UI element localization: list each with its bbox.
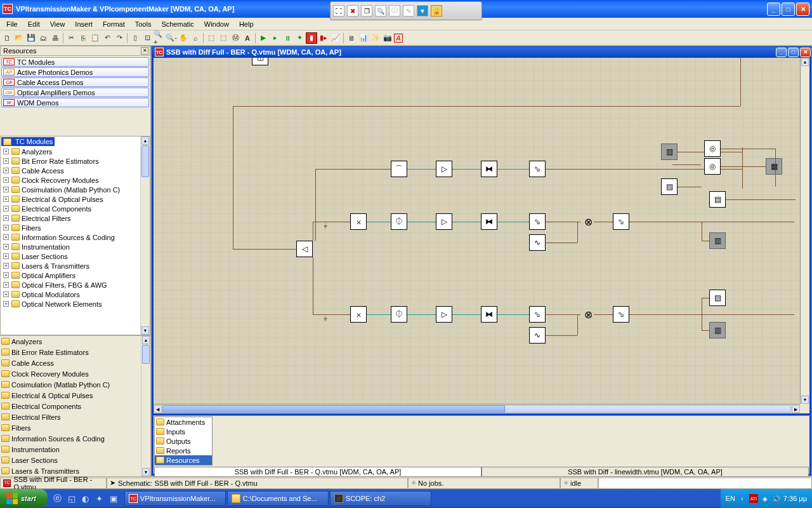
tray-vol-icon[interactable]: 🔊 [772, 494, 781, 503]
block-amp-m[interactable]: ▷ [436, 213, 452, 230]
block-spec-1[interactable]: ▥ [661, 144, 678, 160]
resources-close-icon[interactable]: ✕ [141, 47, 148, 55]
tb-paste-icon[interactable]: 📋 [89, 32, 101, 44]
flat-list[interactable]: AnalyzersBit Error Rate EstimatorsCable … [0, 335, 150, 476]
block-lpf-1[interactable]: ⬂ [529, 161, 546, 177]
block-delay-m[interactable]: ⏀ [391, 213, 407, 230]
expand-icon[interactable]: + [3, 301, 9, 307]
menu-tools[interactable]: Tools [130, 19, 157, 29]
expand-icon[interactable]: + [3, 168, 9, 173]
module-tree[interactable]: TC Modules +Analyzers+Bit Error Rate Est… [0, 136, 150, 335]
tree-scrollbar[interactable]: ▲▼ [140, 137, 150, 335]
resource-cat[interactable]: TCTC Modules [1, 57, 149, 67]
tb-zoomfit-icon[interactable]: ⊡ [141, 32, 153, 44]
tree-item[interactable]: +Information Sources & Coding [1, 232, 140, 242]
block-meter-1b[interactable]: ▤ [709, 191, 726, 208]
flat-item[interactable]: Laser Sections [0, 455, 141, 465]
flat-item[interactable]: Clock Recovery Modules [0, 368, 141, 379]
tree-item[interactable]: +Electrical Components [1, 204, 140, 213]
block-pd-1[interactable]: ⧓ [481, 161, 497, 177]
ql-app1-icon[interactable]: ◐ [79, 491, 92, 505]
tree-item[interactable]: +Fibers [1, 223, 140, 232]
close-button[interactable]: ✕ [796, 3, 809, 16]
flat-item[interactable]: Cosimulation (Matlab Python C) [0, 379, 141, 390]
tb-chart-icon[interactable]: 📊 [358, 32, 369, 44]
tray-shield-icon[interactable]: ◈ [761, 494, 769, 503]
tree-item[interactable]: +Electrical Filters [1, 213, 140, 223]
tree-item[interactable]: +Electrical & Optical Pulses [1, 194, 140, 204]
block-coupler-m[interactable]: ⨉ [350, 213, 367, 230]
tree-item[interactable]: +Clock Recovery Modules [1, 175, 140, 185]
tb-new-icon[interactable]: 🗋 [1, 32, 13, 44]
menu-help[interactable]: Help [234, 19, 259, 29]
block-spec-l[interactable]: ▥ [709, 322, 726, 338]
block-meter-l[interactable]: ▤ [709, 290, 726, 306]
block-lpf-l2[interactable]: ⬂ [613, 306, 629, 323]
expand-icon[interactable]: + [3, 244, 9, 250]
expand-icon[interactable]: + [3, 187, 9, 192]
start-button[interactable]: start [0, 489, 48, 508]
expand-icon[interactable]: + [3, 215, 9, 221]
tb-run-icon[interactable]: ▶ [258, 32, 269, 44]
expand-icon[interactable]: + [3, 158, 9, 164]
expand-icon[interactable]: + [3, 196, 9, 202]
tb-camera-icon[interactable]: 📷 [382, 32, 393, 44]
ft-icon-info[interactable]: ⓘ [389, 5, 400, 17]
tb-pan-icon[interactable]: ✋ [178, 32, 189, 44]
schematic-vscrollbar[interactable]: ▲▼ [800, 58, 809, 404]
tb-redo-icon[interactable]: ↷ [114, 32, 125, 44]
flat-item[interactable]: Instrumentation [0, 444, 141, 455]
tree-item[interactable]: +Cable Access [1, 166, 140, 175]
menu-edit[interactable]: Edit [23, 19, 45, 29]
ft-icon-window[interactable]: ❐ [361, 5, 372, 17]
tb-pause-icon[interactable]: ⏸ [282, 32, 293, 44]
tree-item[interactable]: +Optical Network Elements [1, 299, 140, 309]
attach-item[interactable]: Outputs [155, 436, 212, 446]
block-lpf-m2[interactable]: ⬂ [613, 213, 629, 230]
tb-undo-icon[interactable]: ↶ [102, 32, 113, 44]
attach-item[interactable]: Resources [155, 455, 212, 465]
flatlist-scrollbar[interactable]: ▲▼ [141, 336, 150, 476]
flat-item[interactable]: Bit Error Rate Estimators [0, 347, 141, 358]
tree-item[interactable]: +Laser Sections [1, 251, 140, 261]
maximize-button[interactable]: □ [782, 3, 795, 16]
block-top[interactable]: ◫ [252, 58, 268, 65]
block-amp-l[interactable]: ▷ [436, 306, 452, 323]
tb-page-icon[interactable]: ▯ [129, 32, 141, 44]
tree-item[interactable]: +Analyzers [1, 147, 140, 156]
tb-a-icon[interactable]: A [394, 34, 403, 43]
block-osc-m[interactable]: ∿ [529, 234, 546, 251]
menu-file[interactable]: File [1, 19, 23, 29]
menu-format[interactable]: Format [98, 19, 130, 29]
flat-item[interactable]: Fibers [0, 422, 141, 433]
doc-tab[interactable]: SSB with Diff Full - BER - Q.vtmu [WDM, … [154, 467, 481, 477]
doc-close-button[interactable]: ✕ [800, 48, 811, 57]
doc-minimize-button[interactable]: _ [776, 48, 787, 57]
tb-print-icon[interactable]: 🖶 [49, 32, 61, 44]
tree-item[interactable]: +Lasers & Transmitters [1, 261, 140, 271]
status-input[interactable] [598, 478, 812, 489]
attach-item[interactable]: Attachments [155, 417, 212, 427]
tb-cut-icon[interactable]: ✂ [65, 32, 77, 44]
expand-icon[interactable]: + [3, 253, 9, 259]
resource-cat[interactable]: APActive Photonics Demos [1, 67, 149, 77]
block-spec-m[interactable]: ▥ [709, 232, 726, 249]
attach-item[interactable]: Reports [155, 446, 212, 455]
menu-window[interactable]: Window [199, 19, 234, 29]
tb-zoomout-icon[interactable]: 🔍- [166, 32, 177, 44]
block-coupler-l[interactable]: ⨉ [350, 306, 367, 323]
block-lpf-m1[interactable]: ⬂ [529, 213, 546, 230]
block-filter-1a[interactable]: ⌒ [391, 161, 407, 177]
ft-icon-remove[interactable]: ✖ [347, 5, 358, 17]
block-grid-1[interactable]: ▦ [766, 158, 782, 175]
expand-icon[interactable]: + [3, 149, 9, 154]
ql-ie-icon[interactable]: ⓔ [51, 491, 64, 505]
expand-icon[interactable]: + [3, 234, 9, 240]
tb-plot-icon[interactable]: 📈 [330, 32, 341, 44]
lang-indicator[interactable]: EN [726, 495, 735, 502]
tb-hier-icon[interactable]: ⬚ [206, 32, 217, 44]
ft-icon-zoom[interactable]: 🔍 [375, 5, 386, 17]
tray-chevron-icon[interactable]: ‹ [738, 494, 747, 503]
flat-item[interactable]: Lasers & Transmitters [0, 465, 141, 476]
block-amp-1[interactable]: ▷ [436, 161, 452, 177]
